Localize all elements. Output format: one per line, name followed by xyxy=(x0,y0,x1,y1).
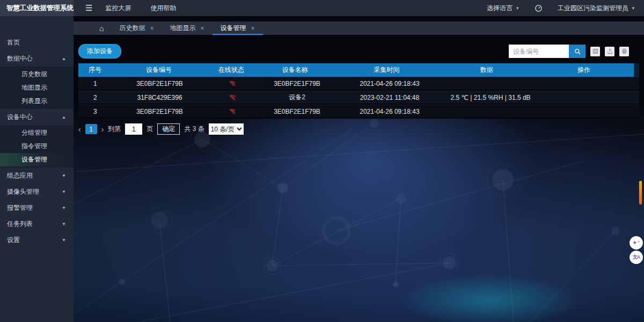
page-unit-label: 页 xyxy=(147,125,153,134)
table-row[interactable]: 2 31F8C429E396 设备2 2023-02-21 11:04:48 2… xyxy=(78,91,639,105)
sidebar-item-device-mgmt[interactable]: 设备管理 xyxy=(0,153,74,166)
chevron-down-icon: ▼ xyxy=(515,6,519,11)
column-header: 序号 xyxy=(78,65,112,75)
page-number-button[interactable]: 1 xyxy=(85,124,97,134)
column-header: 设备编号 xyxy=(112,65,206,75)
table-row[interactable]: 1 3E0BF2E1F79B 3E0BF2E1F79B 2021-04-26 0… xyxy=(78,77,639,91)
menu-collapse-icon[interactable]: ☰ xyxy=(85,3,92,13)
search-icon xyxy=(574,48,581,55)
column-header: 在线状态 xyxy=(206,65,256,75)
sidebar-item-alarm-mgmt[interactable]: 报警管理 ▼ xyxy=(0,200,74,216)
column-header: 数据 xyxy=(440,65,534,75)
tab-history-data[interactable]: 历史数据 × xyxy=(111,21,162,35)
sidebar-item-history-data[interactable]: 历史数据 xyxy=(0,68,74,81)
app-window: 智慧工业数据管理系统 ☰ 监控大屏 使用帮助 选择语言 ▼ 工业园区污染监测管理… xyxy=(0,0,644,322)
sidebar-item-group-mgmt[interactable]: 分组管理 xyxy=(0,126,74,140)
toolbar: 添加设备 xyxy=(78,44,629,58)
sidebar-item-device-center[interactable]: 设备中心 ▲ xyxy=(0,109,74,125)
export-icon xyxy=(607,48,613,54)
cell-device-no: 31F8C429E396 xyxy=(112,94,208,101)
language-selector[interactable]: 选择语言 ▼ xyxy=(487,4,519,13)
goto-label: 到第 xyxy=(108,125,121,134)
cell-device-no: 3E0BF2E1F79B xyxy=(112,80,208,87)
chevron-down-icon: ▼ xyxy=(62,238,66,243)
cell-status xyxy=(207,107,258,115)
chevron-down-icon: ▼ xyxy=(62,222,66,226)
chevron-up-icon: ▲ xyxy=(62,56,66,61)
cell-data: 2.5 ℃ | 21.5 %RH | 31.5 dB xyxy=(443,94,538,101)
close-icon[interactable]: × xyxy=(251,25,255,32)
wifi-off-icon xyxy=(229,107,237,115)
tab-home[interactable]: ⌂ xyxy=(92,21,111,35)
sidebar-item-settings[interactable]: 设置 ▼ xyxy=(0,232,74,248)
sidebar-item-scada-app[interactable]: 组态应用 ▼ xyxy=(0,167,74,184)
tab-map-display[interactable]: 地图显示 × xyxy=(162,21,212,35)
sidebar-item-data-center[interactable]: 数据中心 ▲ xyxy=(0,50,74,67)
sidebar-item-camera-mgmt[interactable]: 摄像头管理 ▼ xyxy=(0,184,74,200)
print-icon xyxy=(621,48,627,54)
tab-device-mgmt[interactable]: 设备管理 × xyxy=(213,21,263,35)
cell-index: 3 xyxy=(78,108,112,115)
wifi-off-icon xyxy=(229,93,237,101)
translate-icon: 文A xyxy=(633,254,640,261)
main-area: ⌂ 历史数据 × 地图显示 × 设备管理 × 添加设备 xyxy=(74,16,644,322)
cell-index: 2 xyxy=(78,94,112,101)
cell-status xyxy=(207,79,258,87)
columns-icon xyxy=(592,48,598,54)
translate-button[interactable]: 文A xyxy=(630,251,643,264)
sidebar: 首页 数据中心 ▲ 历史数据 地图显示 列表显示 设备中心 ▲ 分组管理 指令管… xyxy=(0,16,74,322)
page-jump-input[interactable] xyxy=(125,123,142,135)
app-title: 智慧工业数据管理系统 xyxy=(0,0,74,16)
data-center-submenu: 历史数据 地图显示 列表显示 xyxy=(0,67,74,109)
language-label: 选择语言 xyxy=(487,4,513,13)
close-icon[interactable]: × xyxy=(200,25,204,32)
chevron-down-icon: ▼ xyxy=(62,189,66,194)
table-row[interactable]: 3 3E0BF2E1F79B 3E0BF2E1F79B 2021-04-26 0… xyxy=(78,105,639,119)
search-input[interactable] xyxy=(509,45,569,58)
tab-bar: ⌂ 历史数据 × 地图显示 × 设备管理 × xyxy=(74,21,644,35)
close-icon[interactable]: × xyxy=(150,25,153,32)
cell-device-name: 3E0BF2E1F79B xyxy=(258,80,336,87)
wifi-off-icon xyxy=(229,79,237,87)
cell-collect-time: 2021-04-26 09:18:43 xyxy=(336,108,443,115)
chevron-up-icon: ▲ xyxy=(62,115,66,120)
chevron-down-icon: ▼ xyxy=(62,206,66,210)
network-pattern xyxy=(74,105,644,322)
next-page-button[interactable]: › xyxy=(101,126,104,133)
add-device-button[interactable]: 添加设备 xyxy=(78,44,121,58)
sidebar-item-task-list[interactable]: 任务列表 ▼ xyxy=(0,216,74,232)
menu-monitor-screen[interactable]: 监控大屏 xyxy=(105,4,131,13)
total-count-label: 共 3 条 xyxy=(184,125,204,134)
search-button[interactable] xyxy=(569,45,586,58)
cell-device-no: 3E0BF2E1F79B xyxy=(112,108,208,115)
sidebar-item-map-display[interactable]: 地图显示 xyxy=(0,81,74,94)
user-name: 工业园区污染监测管理员 xyxy=(558,4,628,13)
export-button[interactable] xyxy=(605,47,614,56)
home-icon: ⌂ xyxy=(99,24,104,33)
cell-collect-time: 2023-02-21 11:04:48 xyxy=(336,94,443,101)
ai-sparkle-button[interactable]: ✦⁺ xyxy=(630,236,643,250)
cell-collect-time: 2021-04-26 09:18:43 xyxy=(336,80,443,87)
gauge-icon[interactable] xyxy=(535,4,543,12)
cell-device-name: 设备2 xyxy=(258,93,336,102)
user-menu[interactable]: 工业园区污染监测管理员 ▼ xyxy=(558,4,635,13)
sidebar-item-list-display[interactable]: 列表显示 xyxy=(0,94,74,108)
device-center-submenu: 分组管理 指令管理 设备管理 xyxy=(0,125,74,167)
columns-settings-button[interactable] xyxy=(590,47,600,56)
cell-status xyxy=(207,93,258,101)
toolbar-right xyxy=(509,45,629,58)
scrollbar-thumb[interactable] xyxy=(639,180,642,205)
sidebar-item-home[interactable]: 首页 xyxy=(0,34,74,50)
prev-page-button[interactable]: ‹ xyxy=(78,126,81,133)
confirm-button[interactable]: 确定 xyxy=(157,123,180,135)
chevron-down-icon: ▼ xyxy=(631,6,635,11)
page-size-select[interactable]: 10 条/页 xyxy=(209,123,244,135)
column-header: 操作 xyxy=(534,65,634,75)
top-bar: 智慧工业数据管理系统 ☰ 监控大屏 使用帮助 选择语言 ▼ 工业园区污染监测管理… xyxy=(0,0,644,16)
sidebar-item-command-mgmt[interactable]: 指令管理 xyxy=(0,140,74,153)
menu-help[interactable]: 使用帮助 xyxy=(150,4,176,13)
topbar-right: 选择语言 ▼ 工业园区污染监测管理员 ▼ xyxy=(487,4,644,13)
table-scroll-gutter xyxy=(634,63,639,77)
cell-index: 1 xyxy=(78,80,112,87)
print-button[interactable] xyxy=(619,47,629,56)
